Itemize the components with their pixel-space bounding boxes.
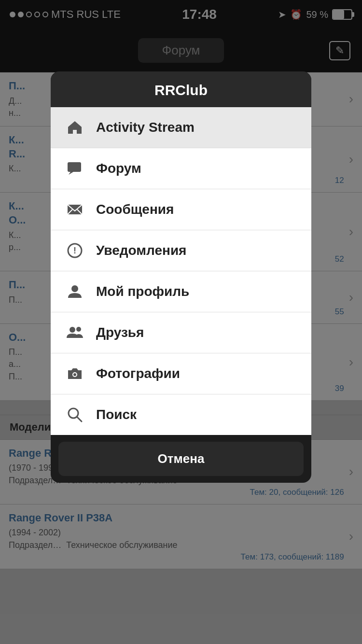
menu-item-notify[interactable]: ! Уведомления bbox=[51, 230, 311, 271]
menu-item-forum[interactable]: Форум bbox=[51, 148, 311, 189]
menu-label-photos: Фотографии bbox=[96, 366, 180, 381]
modal-menu: RRClub Activity Stream Форум bbox=[51, 71, 311, 483]
svg-point-9 bbox=[76, 327, 81, 332]
chat-icon bbox=[63, 157, 86, 180]
menu-item-friends[interactable]: Друзья bbox=[51, 312, 311, 353]
person-icon bbox=[63, 280, 86, 303]
modal-title: RRClub bbox=[51, 71, 311, 107]
mail-icon bbox=[63, 198, 86, 221]
menu-item-photos[interactable]: Фотографии bbox=[51, 353, 311, 394]
svg-point-11 bbox=[73, 373, 76, 376]
svg-point-7 bbox=[71, 285, 78, 292]
menu-label-forum: Форум bbox=[96, 161, 141, 176]
menu-item-messages[interactable]: Сообщения bbox=[51, 189, 311, 230]
menu-label-messages: Сообщения bbox=[96, 202, 174, 217]
search-icon bbox=[63, 403, 86, 426]
home-icon bbox=[63, 116, 86, 139]
menu-label-search: Поиск bbox=[96, 407, 137, 422]
svg-point-8 bbox=[70, 327, 75, 333]
svg-marker-1 bbox=[69, 172, 73, 175]
menu-label-friends: Друзья bbox=[96, 325, 144, 340]
cancel-button[interactable]: Отмена bbox=[58, 442, 304, 476]
menu-label-activity: Activity Stream bbox=[96, 120, 195, 135]
modal-menu-list: Activity Stream Форум Сообщения bbox=[51, 107, 311, 435]
menu-item-profile[interactable]: Мой профиль bbox=[51, 271, 311, 312]
menu-label-profile: Мой профиль bbox=[96, 284, 189, 299]
svg-line-13 bbox=[77, 417, 82, 421]
menu-item-search[interactable]: Поиск bbox=[51, 394, 311, 435]
svg-rect-0 bbox=[68, 162, 81, 172]
menu-label-notify: Уведомления bbox=[96, 243, 186, 258]
menu-item-activity[interactable]: Activity Stream bbox=[51, 107, 311, 148]
alert-icon: ! bbox=[63, 239, 86, 262]
friends-icon bbox=[63, 321, 86, 344]
camera-icon bbox=[63, 362, 86, 385]
svg-text:!: ! bbox=[73, 246, 76, 255]
